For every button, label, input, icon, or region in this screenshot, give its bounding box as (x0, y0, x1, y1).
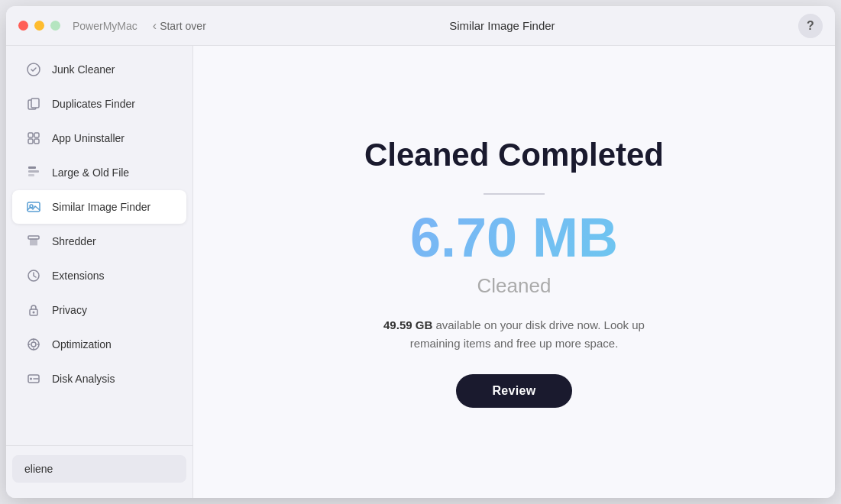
sidebar-item-app-uninstaller[interactable]: App Uninstaller (12, 121, 186, 155)
sidebar-item-junk-cleaner-label: Junk Cleaner (52, 63, 115, 76)
sidebar-item-optimization-label: Optimization (52, 338, 112, 351)
info-text-content: available on your disk drive now. Look u… (410, 318, 645, 350)
app-window: PowerMyMac ‹ Start over Similar Image Fi… (6, 6, 835, 498)
sidebar-item-privacy-label: Privacy (52, 304, 87, 316)
svg-rect-4 (34, 133, 39, 137)
sidebar-item-disk-analysis-label: Disk Analysis (52, 373, 115, 385)
maximize-button (50, 21, 60, 31)
sidebar-item-duplicates-finder[interactable]: Duplicates Finder (12, 87, 186, 121)
sidebar-item-extensions-label: Extensions (52, 270, 104, 282)
sidebar-footer: eliene (6, 445, 192, 492)
svg-point-15 (33, 312, 35, 314)
sidebar-item-app-uninstaller-label: App Uninstaller (52, 132, 125, 144)
sidebar-item-extensions[interactable]: Extensions (12, 259, 186, 292)
sidebar-item-shredder[interactable]: Shredder (12, 225, 186, 258)
cleaned-label: Cleaned (477, 274, 552, 298)
svg-point-17 (31, 342, 36, 347)
result-card: Cleaned Completed 6.70 MB Cleaned 49.59 … (334, 106, 694, 438)
window-title: Similar Image Finder (206, 19, 798, 32)
divider (484, 193, 545, 195)
titlebar: PowerMyMac ‹ Start over Similar Image Fi… (6, 6, 835, 46)
sidebar-item-duplicates-finder-label: Duplicates Finder (52, 98, 135, 110)
minimize-button[interactable] (34, 21, 44, 31)
svg-rect-3 (28, 133, 33, 137)
svg-point-19 (30, 378, 32, 380)
sidebar-item-shredder-label: Shredder (52, 235, 96, 247)
main-content: Cleaned Completed 6.70 MB Cleaned 49.59 … (193, 46, 835, 498)
sidebar-item-privacy[interactable]: Privacy (12, 293, 186, 327)
svg-rect-2 (31, 99, 39, 108)
svg-rect-5 (28, 139, 33, 144)
disk-space-amount: 49.59 GB (383, 318, 432, 331)
body: Junk Cleaner Duplicates Finder (6, 46, 835, 498)
user-button[interactable]: eliene (12, 455, 186, 483)
review-button[interactable]: Review (456, 374, 573, 408)
svg-rect-12 (28, 236, 39, 239)
help-button[interactable]: ? (798, 14, 823, 38)
cleaned-amount: 6.70 MB (410, 210, 618, 265)
sidebar-items: Junk Cleaner Duplicates Finder (6, 52, 192, 445)
start-over-button[interactable]: ‹ Start over (153, 19, 206, 33)
svg-rect-6 (34, 139, 39, 144)
sidebar-item-disk-analysis[interactable]: Disk Analysis (12, 362, 186, 396)
cleaned-title: Cleaned Completed (364, 137, 664, 173)
svg-rect-10 (27, 202, 40, 212)
sidebar-item-optimization[interactable]: Optimization (12, 328, 186, 361)
disk-analysis-icon (24, 370, 43, 388)
svg-rect-8 (28, 170, 39, 173)
privacy-icon (24, 301, 43, 319)
sidebar-item-similar-image-finder[interactable]: Similar Image Finder (12, 190, 186, 224)
junk-cleaner-icon (24, 60, 43, 79)
duplicates-finder-icon (24, 95, 43, 113)
extensions-icon (24, 267, 43, 285)
sidebar-item-large-old-file-label: Large & Old File (52, 166, 129, 179)
start-over-label: Start over (160, 20, 206, 32)
chevron-left-icon: ‹ (153, 19, 157, 33)
app-name: PowerMyMac (73, 20, 137, 32)
optimization-icon (24, 335, 43, 354)
sidebar-item-similar-image-finder-label: Similar Image Finder (52, 201, 150, 213)
large-old-file-icon (24, 163, 43, 182)
sidebar-item-large-old-file[interactable]: Large & Old File (12, 156, 186, 189)
sidebar: Junk Cleaner Duplicates Finder (6, 46, 193, 498)
sidebar-item-junk-cleaner[interactable]: Junk Cleaner (12, 53, 186, 86)
close-button[interactable] (18, 21, 28, 31)
svg-rect-7 (28, 166, 36, 169)
similar-image-finder-icon (24, 198, 43, 216)
app-uninstaller-icon (24, 129, 43, 147)
traffic-lights (18, 21, 60, 31)
svg-rect-9 (28, 174, 34, 176)
shredder-icon (24, 232, 43, 250)
info-text: 49.59 GB available on your disk drive no… (377, 316, 652, 353)
